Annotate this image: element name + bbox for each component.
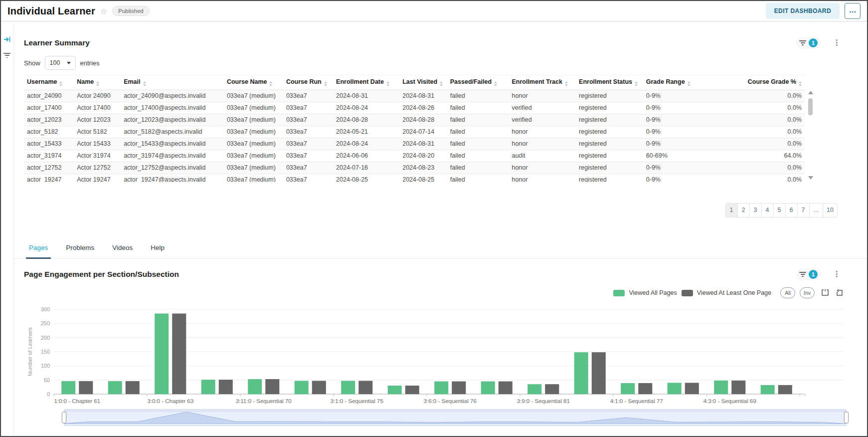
bar-viewed-at-least-one-page[interactable] — [405, 386, 419, 394]
bar-viewed-at-least-one-page[interactable] — [499, 382, 513, 395]
favorite-star-icon[interactable]: ☆ — [100, 6, 107, 16]
bar-viewed-all-pages[interactable] — [668, 383, 682, 394]
bar-viewed-at-least-one-page[interactable] — [126, 381, 140, 394]
table-cell: 033ea7 — [283, 150, 333, 162]
bar-viewed-at-least-one-page[interactable] — [312, 381, 326, 394]
table-cell: 2024-05-21 — [333, 126, 399, 138]
table-cell: 2024-06-06 — [333, 150, 399, 162]
table-cell: actor_5182@aspects.invalid — [121, 126, 224, 138]
column-header[interactable]: Username — [24, 75, 74, 90]
pagination-page-button[interactable]: 7 — [797, 203, 810, 218]
bar-viewed-all-pages[interactable] — [155, 314, 169, 395]
bar-viewed-all-pages[interactable] — [761, 385, 775, 394]
column-header[interactable]: Name — [74, 75, 121, 90]
bar-viewed-at-least-one-page[interactable] — [592, 352, 606, 394]
tab-bar: PagesProblemsVideosHelp — [14, 234, 867, 259]
legend-select-all-button[interactable]: All — [780, 287, 795, 298]
x-tick-label: 3:9:0 - Sequential 81 — [517, 398, 570, 404]
legend-item[interactable]: Viewed At Least One Page — [682, 289, 771, 296]
table-cell: 0-9% — [643, 138, 702, 150]
column-header[interactable]: Passed/Failed — [447, 75, 509, 90]
filter-icon[interactable] — [3, 53, 10, 58]
bar-viewed-at-least-one-page[interactable] — [265, 379, 279, 394]
tab-problems[interactable]: Problems — [66, 244, 94, 258]
bar-viewed-all-pages[interactable] — [388, 386, 402, 394]
slider-right-handle[interactable] — [844, 412, 849, 424]
datazoom-area — [64, 412, 846, 424]
column-header[interactable]: Enrollment Track — [509, 75, 576, 90]
table-cell: 033ea7 (medium) — [224, 174, 283, 182]
bar-viewed-at-least-one-page[interactable] — [452, 382, 466, 395]
bar-viewed-at-least-one-page[interactable] — [172, 314, 186, 395]
bar-viewed-at-least-one-page[interactable] — [219, 380, 233, 394]
column-header[interactable]: Course Name — [224, 75, 283, 90]
table-cell: 2024-08-23 — [399, 162, 447, 174]
kebab-menu-icon[interactable]: ⋮ — [830, 39, 844, 46]
pagination-page-button[interactable]: 1 — [725, 203, 738, 218]
column-header[interactable]: Enrollment Status — [576, 75, 643, 90]
table-cell: 2024-08-24 — [333, 102, 399, 114]
bar-viewed-all-pages[interactable] — [295, 381, 309, 394]
bar-viewed-all-pages[interactable] — [434, 382, 448, 395]
datazoom-slider[interactable] — [64, 409, 847, 426]
bar-viewed-all-pages[interactable] — [527, 384, 541, 394]
sort-icon — [324, 81, 327, 86]
applied-filters-indicator[interactable]: 1 — [796, 268, 821, 280]
column-header[interactable]: Grade Range — [643, 75, 702, 90]
bar-viewed-at-least-one-page[interactable] — [778, 385, 792, 394]
table-cell: 033ea7 — [283, 102, 333, 114]
zoom-selection-icon[interactable] — [821, 289, 829, 297]
bar-viewed-all-pages[interactable] — [108, 381, 122, 394]
more-options-button[interactable]: … — [845, 3, 861, 19]
bar-viewed-at-least-one-page[interactable] — [638, 383, 652, 394]
table-cell: 0.0% — [702, 126, 805, 138]
bar-viewed-all-pages[interactable] — [481, 382, 495, 395]
bar-viewed-all-pages[interactable] — [574, 352, 588, 394]
panel-title: Page Engagement per Section/Subsection — [24, 270, 179, 279]
bar-viewed-all-pages[interactable] — [61, 381, 75, 394]
scroll-down-arrow-icon[interactable] — [808, 176, 813, 180]
column-header[interactable]: Course Grade % — [702, 75, 805, 90]
bar-viewed-all-pages[interactable] — [201, 380, 215, 394]
filter-icon — [799, 40, 806, 45]
y-tick-label: 100 — [41, 363, 50, 369]
column-header[interactable]: Email — [121, 75, 224, 90]
bar-chart[interactable]: 050100150200250300Number of Learners1:0:… — [24, 302, 844, 407]
slider-left-handle[interactable] — [62, 412, 66, 424]
bar-viewed-all-pages[interactable] — [341, 381, 355, 394]
pagination-page-button[interactable]: 2 — [737, 203, 750, 218]
pagination-page-button[interactable]: 4 — [761, 203, 774, 218]
scrollbar-thumb[interactable] — [808, 98, 813, 115]
bar-viewed-at-least-one-page[interactable] — [685, 383, 699, 394]
column-header[interactable]: Last Visited — [399, 75, 447, 90]
legend-item[interactable]: Viewed All Pages — [613, 289, 677, 296]
column-header[interactable]: Course Run — [283, 75, 333, 90]
pagination-page-button[interactable]: 10 — [823, 203, 838, 218]
tab-pages[interactable]: Pages — [29, 244, 48, 258]
sort-icon — [269, 81, 272, 86]
tab-videos[interactable]: Videos — [112, 244, 133, 258]
column-header[interactable]: Enrollment Date — [333, 75, 399, 90]
edit-dashboard-button[interactable]: EDIT DASHBOARD — [766, 3, 840, 19]
legend-inverse-button[interactable]: Inv — [800, 287, 815, 298]
bar-viewed-all-pages[interactable] — [248, 379, 262, 394]
pagination-page-button[interactable]: 6 — [785, 203, 798, 218]
tab-help[interactable]: Help — [151, 244, 165, 258]
bar-viewed-all-pages[interactable] — [621, 383, 635, 394]
pagination-page-button[interactable]: 5 — [773, 203, 786, 218]
bar-viewed-at-least-one-page[interactable] — [731, 381, 745, 394]
bar-viewed-at-least-one-page[interactable] — [545, 384, 559, 394]
applied-filters-indicator[interactable]: 1 — [796, 37, 821, 49]
pagination-page-button[interactable]: 3 — [749, 203, 762, 218]
table-cell: 033ea7 (medium) — [224, 162, 283, 174]
expand-filter-bar-icon[interactable] — [3, 36, 11, 45]
bar-viewed-all-pages[interactable] — [714, 381, 728, 394]
page-size-select[interactable]: 100 — [45, 56, 76, 70]
zoom-reset-icon[interactable] — [836, 289, 844, 297]
table-scrollbar[interactable] — [807, 89, 814, 181]
scroll-up-arrow-icon[interactable] — [808, 91, 813, 94]
kebab-menu-icon[interactable]: ⋮ — [830, 271, 844, 278]
bar-viewed-at-least-one-page[interactable] — [358, 381, 372, 394]
bar-viewed-at-least-one-page[interactable] — [79, 381, 93, 394]
table-row: actor_24090Actor 24090actor_24090@aspect… — [24, 90, 805, 102]
